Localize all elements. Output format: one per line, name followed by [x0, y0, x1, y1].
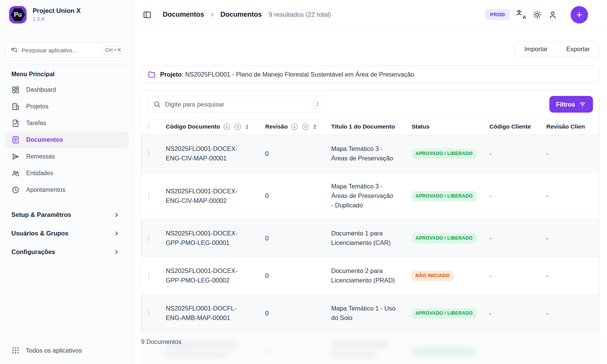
search-icon — [153, 100, 161, 108]
cell-client-code: - — [489, 309, 546, 318]
sidebar-group-setup-parametros[interactable]: Setup & Paramêtros — [0, 206, 133, 224]
clear-sort-icon[interactable] — [301, 122, 310, 131]
clear-sort-icon[interactable] — [234, 122, 242, 131]
cell-revision: 0 — [265, 271, 331, 281]
cell-title: Mapa Temático 1 - Uso do Solo — [331, 304, 396, 323]
sidebar-group-label: Configurações — [11, 248, 55, 256]
sidebar-item-entidades[interactable]: Entidades — [5, 165, 129, 182]
sidebar-group-usuarios-grupos[interactable]: Usuários & Grupos — [0, 224, 133, 243]
status-badge: APROVADO / LIBERADO — [412, 191, 476, 201]
clock-icon — [11, 186, 20, 194]
table-search[interactable]: / — [148, 96, 326, 113]
search-shortcut-kbd: Ctrl + K — [102, 46, 124, 55]
row-checkbox[interactable] — [148, 192, 149, 199]
status-badge: APROVADO / LIBERADO — [412, 233, 476, 243]
cell-client-revision: - — [546, 191, 599, 201]
column-header-status[interactable]: Status — [412, 123, 429, 130]
file-check-icon — [11, 119, 20, 127]
cell-revision: 0 — [265, 234, 331, 243]
table-row[interactable]: NS2025FLO001-DOCEX-ENG-CIV-MAP-00001 0 M… — [142, 135, 599, 173]
sidebar-item-apontamentos[interactable]: Apontamentos — [5, 182, 129, 198]
apps-grid-icon — [11, 346, 20, 355]
column-header-codigo-cliente[interactable]: Código Cliente — [489, 123, 531, 130]
column-header-titulo[interactable]: Título 1 do Documento — [331, 123, 395, 130]
breadcrumb-documentos[interactable]: Documentos — [163, 11, 204, 19]
cell-client-revision: - — [546, 271, 599, 281]
row-checkbox[interactable] — [148, 309, 149, 317]
documents-card: / Filtros Código Doc — [141, 90, 599, 364]
sidebar-toggle-icon[interactable] — [143, 10, 152, 19]
content-area: Importar Exportar Projeto: NS2025FLO001 … — [134, 30, 607, 364]
table-row[interactable]: NS2025FLO001-DOCFL-ENG-AMB-MAP-00001 0 M… — [142, 295, 599, 332]
app-search[interactable]: Ctrl + K — [5, 42, 128, 58]
chevron-right-icon — [209, 12, 215, 17]
user-icon[interactable] — [548, 10, 557, 19]
sidebar-item-label: Dashboard — [26, 86, 56, 93]
table-search-input[interactable] — [165, 101, 309, 108]
cell-title: Mapa Temático 3 - Áreas de Preservação — [331, 144, 396, 163]
environment-badge: PROD — [485, 9, 510, 20]
cell-revision: 0 — [265, 149, 331, 158]
sidebar-item-documentos[interactable]: Documentos — [5, 132, 129, 148]
divider — [5, 204, 128, 204]
table-row[interactable]: NS2025FLO001-DOCEX-GPP-PMO-LEG-00001 0 D… — [142, 220, 599, 257]
cell-client-revision: - — [546, 309, 599, 318]
import-button[interactable]: Importar — [515, 41, 557, 57]
sidebar-item-label: Documentos — [26, 136, 63, 143]
status-badge: NÃO INICIADO — [412, 271, 453, 281]
cell-client-code: - — [489, 149, 546, 158]
sidebar-group-configuracoes[interactable]: Configurações — [0, 243, 133, 261]
column-header-revisao-cliente[interactable]: Revisão Cliente — [546, 123, 585, 130]
search-list-icon — [10, 46, 18, 54]
sidebar-item-dashboard[interactable]: Dashboard — [5, 82, 129, 98]
cell-client-code: - — [489, 234, 546, 243]
dashboard-icon — [11, 86, 20, 94]
sidebar-item-label: Tarefas — [26, 120, 46, 127]
import-export-group: Importar Exportar — [515, 41, 599, 57]
all-apps-button[interactable]: Todos os aplicativos — [0, 340, 133, 364]
table-row[interactable]: NS2025FLO001-DOCEX-ENG-CIV-MAP-00002 0 M… — [142, 173, 599, 220]
add-button[interactable] — [571, 6, 588, 24]
document-icon — [11, 136, 20, 144]
language-icon[interactable]: 文A — [516, 10, 526, 20]
cell-document-code: NS2025FLO001-DOCEX-GPP-PMO-LEG-00002 — [166, 266, 247, 285]
row-checkbox[interactable] — [148, 272, 149, 279]
select-all-checkbox[interactable] — [148, 123, 149, 130]
row-checkbox[interactable] — [148, 150, 149, 157]
app-logo-row: Pu Project Union X 1.0.8 — [0, 0, 133, 30]
filters-button[interactable]: Filtros — [549, 96, 593, 113]
export-button[interactable]: Exportar — [557, 41, 599, 57]
theme-sun-icon[interactable] — [533, 10, 542, 19]
results-summary: 9 resultados (22 total) — [269, 11, 331, 19]
cell-title: Documento 2 para Licenciamento (PRAD) — [331, 266, 396, 285]
cell-title: Mapa Temático 3 - Áreas de Preservação -… — [331, 182, 396, 210]
divider — [157, 10, 157, 20]
sidebar: Pu Project Union X 1.0.8 Ctrl + K Menu P… — [0, 0, 134, 364]
app-version: 1.0.8 — [33, 16, 81, 22]
app-name: Project Union X — [33, 7, 81, 15]
table-row[interactable]: NS2025FLO001-DOCEX-GPP-PMO-LEG-00002 0 D… — [142, 257, 599, 295]
table-footer: 9 Documentos — [134, 333, 607, 364]
app-search-input[interactable] — [22, 47, 98, 53]
project-label-value: Projeto: NS2025FLO001 - Plano de Manejo … — [160, 71, 414, 78]
sidebar-item-remessas[interactable]: Remessas — [5, 148, 129, 165]
breadcrumb: Documentos Documentos 9 resultados (22 t… — [163, 11, 331, 19]
sort-direction-icon[interactable] — [223, 122, 231, 131]
sort-direction-icon[interactable] — [290, 122, 299, 131]
column-header-revisao[interactable]: Revisão — [265, 123, 288, 130]
all-apps-label: Todos os aplicativos — [26, 347, 82, 354]
column-header-codigo-documento[interactable]: Código Documento — [166, 123, 220, 130]
building-icon — [11, 102, 20, 111]
divider — [564, 10, 564, 20]
breadcrumb-current: Documentos — [220, 11, 262, 19]
logo-monogram: Pu — [11, 8, 25, 21]
cell-document-code: NS2025FLO001-DOCEX-GPP-PMO-LEG-00001 — [166, 229, 247, 248]
chevron-right-icon — [113, 249, 120, 255]
row-checkbox[interactable] — [148, 234, 149, 242]
search-shortcut-kbd: / — [313, 100, 322, 109]
sidebar-item-label: Apontamentos — [26, 187, 65, 193]
documents-count: 9 Documentos — [141, 338, 181, 345]
sidebar-item-projetos[interactable]: Projetos — [5, 98, 129, 115]
sidebar-item-tarefas[interactable]: Tarefas — [5, 115, 129, 132]
cell-client-revision: - — [546, 234, 599, 243]
